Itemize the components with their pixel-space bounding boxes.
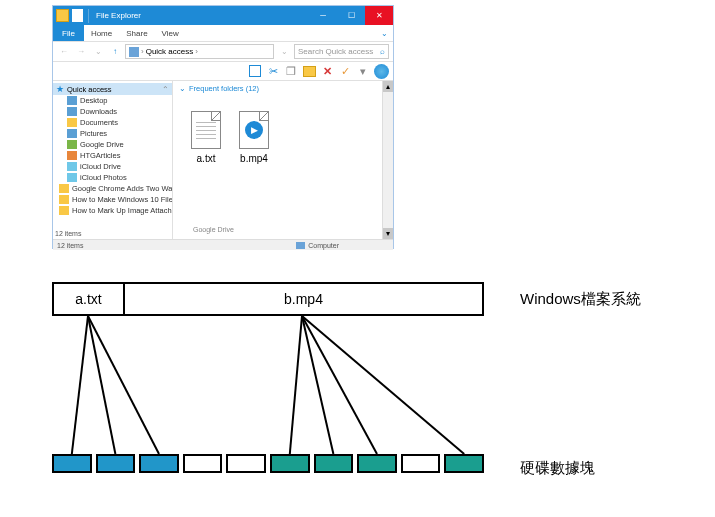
nav-item[interactable]: HTGArticles	[53, 150, 172, 161]
txt-icon	[191, 111, 221, 149]
nav-item[interactable]: How to Mark Up Image Attachm	[53, 205, 172, 216]
delete-icon[interactable]: ✕	[320, 64, 334, 78]
recent-button[interactable]: ⌄	[91, 45, 105, 59]
folder-icon	[67, 162, 77, 171]
copy-icon[interactable]: ❐	[284, 64, 298, 78]
file-explorer-window: File Explorer ─ ☐ ✕ File Home Share View…	[52, 5, 394, 249]
folder-icon	[67, 173, 77, 182]
help-icon[interactable]	[374, 64, 389, 79]
dropdown-button[interactable]: ⌄	[277, 45, 291, 59]
folder-icon	[67, 129, 77, 138]
nav-item[interactable]: iCloud Photos	[53, 172, 172, 183]
tab-share[interactable]: Share	[119, 26, 154, 41]
mapping-lines	[52, 316, 484, 454]
mp4-icon	[239, 111, 269, 149]
nav-count: 12 items	[55, 230, 81, 237]
file-tab[interactable]: File	[53, 25, 84, 41]
nav-item[interactable]: Google Drive	[53, 139, 172, 150]
folder-icon	[59, 206, 69, 215]
maximize-button[interactable]: ☐	[337, 6, 365, 25]
disk-block	[314, 454, 354, 473]
disk-block	[183, 454, 223, 473]
close-button[interactable]: ✕	[365, 6, 393, 25]
expand-ribbon-icon[interactable]: ⌄	[381, 29, 388, 38]
nav-item[interactable]: Pictures	[53, 128, 172, 139]
disk-block	[139, 454, 179, 473]
file-item[interactable]: a.txt	[191, 111, 221, 164]
disk-block	[226, 454, 266, 473]
sub-text: Google Drive	[193, 226, 234, 233]
computer-icon	[296, 242, 305, 249]
scroll-up-icon[interactable]: ▴	[383, 81, 393, 92]
file-item[interactable]: b.mp4	[239, 111, 269, 164]
window-title: File Explorer	[92, 11, 309, 20]
ribbon: File Home Share View ⌄	[53, 25, 393, 42]
svg-line-3	[290, 316, 302, 454]
disk-block	[401, 454, 441, 473]
disk-blocks	[52, 454, 484, 473]
nav-item[interactable]: Desktop	[53, 95, 172, 106]
tab-view[interactable]: View	[155, 26, 186, 41]
folder-icon	[59, 195, 69, 204]
filesystem-diagram: a.txt b.mp4 Windows檔案系統 硬碟數據塊	[52, 282, 662, 473]
disk-block	[96, 454, 136, 473]
disk-block	[270, 454, 310, 473]
folder-icon	[67, 151, 77, 160]
folder-icon	[67, 140, 77, 149]
filesystem-label: Windows檔案系統	[520, 290, 641, 309]
file-label: b.mp4	[240, 153, 268, 164]
folder-icon	[67, 107, 77, 116]
document-icon	[72, 9, 83, 22]
svg-line-5	[302, 316, 377, 454]
search-icon: ⌕	[380, 47, 385, 56]
svg-line-6	[302, 316, 464, 454]
fs-entry-a: a.txt	[54, 284, 125, 314]
address-bar: ← → ⌄ ↑ › Quick access › ⌄ Search Quick …	[53, 42, 393, 62]
dropdown-icon[interactable]: ▾	[356, 64, 370, 78]
folder-icon[interactable]	[302, 64, 316, 78]
titlebar[interactable]: File Explorer ─ ☐ ✕	[53, 6, 393, 25]
breadcrumb[interactable]: › Quick access ›	[125, 44, 274, 59]
separator	[88, 9, 89, 23]
svg-line-1	[88, 316, 115, 454]
star-icon	[129, 47, 139, 57]
cut-icon[interactable]: ✂	[266, 64, 280, 78]
folder-icon	[67, 96, 77, 105]
svg-line-4	[302, 316, 333, 454]
file-label: a.txt	[197, 153, 216, 164]
folder-icon	[67, 118, 77, 127]
fs-entry-b: b.mp4	[125, 284, 482, 314]
section-header[interactable]: ⌄Frequent folders (12)	[179, 84, 387, 93]
nav-item[interactable]: Documents	[53, 117, 172, 128]
folder-icon	[56, 9, 69, 22]
nav-item[interactable]: How to Make Windows 10 File E	[53, 194, 172, 205]
nav-item[interactable]: Google Chrome Adds Two Way	[53, 183, 172, 194]
forward-button[interactable]: →	[74, 45, 88, 59]
back-button[interactable]: ←	[57, 45, 71, 59]
svg-line-0	[72, 316, 88, 454]
folder-icon	[59, 184, 69, 193]
status-bar: 12 items Computer	[53, 239, 393, 250]
scrollbar[interactable]: ▴ ▾	[382, 81, 393, 239]
up-button[interactable]: ↑	[108, 45, 122, 59]
tab-home[interactable]: Home	[84, 26, 119, 41]
content-pane: ⌄Frequent folders (12) a.txtb.mp4 Google…	[173, 81, 393, 239]
explorer-body: ★ Quick access ⌃ DesktopDownloadsDocumen…	[53, 81, 393, 239]
blocks-label: 硬碟數據塊	[520, 459, 595, 478]
scroll-down-icon[interactable]: ▾	[383, 228, 393, 239]
breadcrumb-text: Quick access	[146, 47, 194, 56]
nav-item[interactable]: Downloads	[53, 106, 172, 117]
svg-line-2	[88, 316, 159, 454]
nav-pane: ★ Quick access ⌃ DesktopDownloadsDocumen…	[53, 81, 173, 239]
item-count: 12 items	[57, 242, 83, 249]
minimize-button[interactable]: ─	[309, 6, 337, 25]
status-computer: Computer	[296, 242, 339, 249]
search-input[interactable]: Search Quick access ⌕	[294, 44, 389, 59]
search-placeholder: Search Quick access	[298, 47, 373, 56]
nav-item[interactable]: iCloud Drive	[53, 161, 172, 172]
select-tool[interactable]	[248, 64, 262, 78]
nav-quick-access[interactable]: ★ Quick access ⌃	[53, 83, 172, 95]
disk-block	[357, 454, 397, 473]
check-icon[interactable]: ✓	[338, 64, 352, 78]
toolbar: ✂ ❐ ✕ ✓ ▾	[53, 62, 393, 81]
